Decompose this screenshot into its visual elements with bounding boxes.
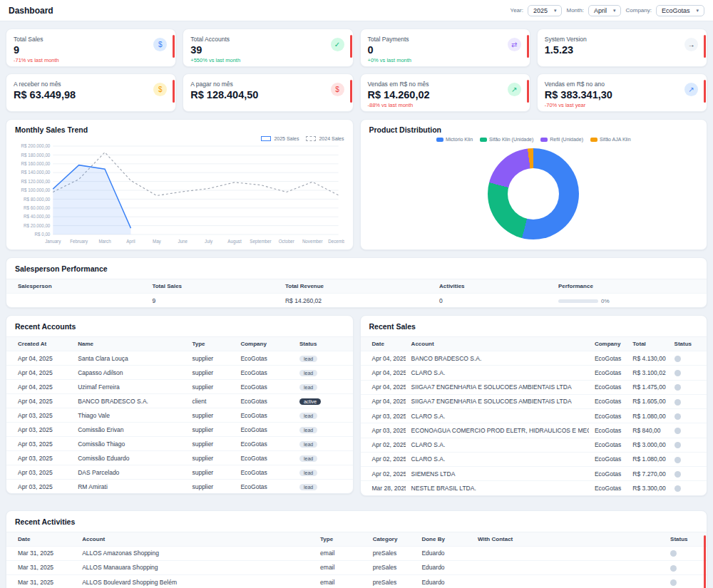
stat-label: System Version — [545, 36, 587, 43]
table-row[interactable]: Apr 02, 2025CLARO S.A.EcoGotasR$ 3.000,0… — [361, 438, 707, 452]
stat-delta: +550% vs last month — [190, 57, 240, 63]
status-badge — [674, 457, 681, 463]
table-row[interactable]: Apr 02, 2025SIEMENS LTDAEcoGotasR$ 7.270… — [361, 467, 707, 481]
table-cell: 0 — [434, 294, 553, 308]
status-badge: lead — [299, 356, 317, 362]
table-row[interactable]: Apr 03, 2025DAS ParceladosupplierEcoGota… — [6, 465, 353, 480]
company-select[interactable]: EcoGotas ▾ — [656, 5, 704, 16]
table-cell: Apr 04, 2025 — [361, 366, 406, 380]
legend-swatch — [480, 138, 487, 142]
column-header: Performance — [553, 279, 707, 294]
svg-text:January: January — [45, 239, 61, 244]
table-row[interactable]: Apr 02, 2025CLARO S.A.EcoGotasR$ 1.080,0… — [361, 452, 707, 466]
chevron-down-icon: ▾ — [554, 8, 557, 14]
column-header: With Contact — [472, 532, 665, 546]
svg-text:R$ 40.000,00: R$ 40.000,00 — [24, 214, 51, 219]
column-header: Date — [361, 337, 406, 351]
status-badge — [674, 413, 681, 420]
scrollbar-thumb[interactable] — [704, 535, 706, 588]
table-cell: DAS Parcelado — [72, 465, 186, 480]
recent-sales-table: DateAccountCompanyTotalStatusApr 04, 202… — [361, 336, 707, 495]
recent-activities-card: Recent Activities DateAccountTypeCategor… — [6, 510, 707, 588]
table-cell: Apr 04, 2025 — [6, 380, 72, 394]
stat-delta: -88% vs last month — [368, 102, 430, 108]
column-header: Account — [406, 337, 589, 351]
stats-grid: Total Sales9-71% vs last month$Total Acc… — [6, 29, 707, 112]
table-cell: Apr 03, 2025 — [361, 409, 406, 423]
table-cell: R$ 3.100,02 — [627, 366, 668, 380]
table-cell: supplier — [186, 465, 235, 480]
table-row[interactable]: Apr 04, 2025CLARO S.A.EcoGotasR$ 3.100,0… — [361, 366, 707, 380]
stat-value: 39 — [190, 44, 240, 56]
svg-text:R$ 180.000,00: R$ 180.000,00 — [21, 153, 51, 158]
table-row[interactable]: 9R$ 14.260,0200% — [6, 294, 707, 308]
table-row[interactable]: Apr 03, 2025RM AmiratisupplierEcoGotasle… — [6, 480, 353, 494]
stat-label: Vendas em R$ no ano — [545, 81, 612, 88]
table-cell: EcoGotas — [235, 366, 294, 380]
table-cell: Mar 31, 2025 — [6, 560, 76, 574]
legend-item-2025-sales: 2025 Sales — [261, 135, 299, 142]
table-cell — [6, 294, 146, 308]
table-row[interactable]: Apr 04, 2025BANCO BRADESCO S.A.EcoGotasR… — [361, 351, 707, 366]
table-row[interactable]: Apr 03, 2025Comissão ThiagosupplierEcoGo… — [6, 437, 353, 451]
month-select[interactable]: April ▾ — [588, 5, 622, 16]
table-row[interactable]: Apr 04, 2025SIIGAA7 ENGENHARIA E SOLUCOE… — [361, 380, 707, 394]
stat-value: 9 — [14, 44, 59, 56]
table-cell: EcoGotas — [589, 452, 627, 466]
legend-item: Sifão AJA Klin — [590, 137, 631, 142]
status-badge — [674, 485, 681, 492]
table-cell: Apr 03, 2025 — [6, 437, 72, 451]
company-select-value: EcoGotas — [662, 7, 690, 14]
year-filter-label: Year: — [511, 7, 523, 14]
legend-swatch — [261, 136, 271, 141]
table-cell: Apr 02, 2025 — [361, 438, 406, 452]
table-cell: EcoGotas — [235, 451, 294, 465]
table-cell: Comissão Erivan — [72, 423, 186, 437]
table-cell: email — [314, 560, 367, 574]
column-header: Type — [186, 337, 235, 351]
table-cell: R$ 840,00 — [627, 423, 668, 438]
table-row[interactable]: Apr 03, 2025Comissão EduardosupplierEcoG… — [6, 451, 353, 465]
legend-swatch — [436, 138, 443, 142]
table-cell: ALLOS Boulevard Shopping Belém — [76, 575, 314, 588]
table-row[interactable]: Apr 04, 2025Capasso AdilsonsupplierEcoGo… — [6, 366, 353, 380]
table-row[interactable]: Apr 03, 2025Thiago ValesupplierEcoGotasl… — [6, 408, 353, 423]
table-cell: BANCO BRADESCO S.A. — [406, 351, 589, 366]
table-row[interactable]: Apr 04, 2025SIIGAA7 ENGENHARIA E SOLUCOE… — [361, 394, 707, 408]
recent-activities-title: Recent Activities — [6, 517, 707, 532]
red-accent-bar — [704, 35, 706, 58]
table-cell: Apr 04, 2025 — [6, 366, 72, 380]
table-row[interactable]: Apr 04, 2025BANCO BRADESCO S.A.clientEco… — [6, 394, 353, 408]
year-select[interactable]: 2025 ▾ — [528, 5, 563, 16]
svg-text:R$ 100.000,00: R$ 100.000,00 — [21, 187, 51, 192]
table-cell: BANCO BRADESCO S.A. — [72, 394, 186, 408]
table-cell: R$ 3.000,00 — [627, 438, 668, 452]
dollar-circle-icon: $ — [153, 38, 167, 51]
table-cell: Mar 28, 2025 — [361, 481, 406, 495]
month-filter-label: Month: — [566, 7, 583, 14]
table-cell: supplier — [186, 437, 235, 451]
table-cell: EcoGotas — [589, 438, 627, 452]
table-cell: EcoGotas — [235, 394, 294, 408]
table-header-row: DateAccountTypeCategoryDone ByWith Conta… — [6, 532, 707, 546]
column-header: Done By — [416, 532, 472, 546]
arrow-right-icon[interactable]: → — [684, 38, 698, 51]
table-row[interactable]: Mar 28, 2025NESTLE BRASIL LTDA.EcoGotasR… — [361, 481, 707, 495]
svg-text:R$ 80.000,00: R$ 80.000,00 — [24, 197, 51, 202]
table-row[interactable]: Apr 03, 2025Comissão ErivansupplierEcoGo… — [6, 423, 353, 437]
table-row[interactable]: Apr 04, 2025Santa Clara LouçasupplierEco… — [6, 351, 353, 366]
table-cell: Eduardo — [416, 560, 472, 574]
table-row[interactable]: Mar 31, 2025ALLOS Manauara Shoppingemail… — [6, 560, 707, 574]
trend-up-icon: ↗ — [508, 83, 521, 96]
red-accent-bar — [173, 80, 175, 103]
table-row[interactable]: Apr 04, 2025Uzimaf FerreirasupplierEcoGo… — [6, 380, 353, 394]
table-row[interactable]: Apr 03, 2025ECONOAGUA COMERCIO PROD ELET… — [361, 423, 707, 438]
column-header: Company — [589, 337, 627, 351]
table-row[interactable]: Mar 31, 2025ALLOS Boulevard Shopping Bel… — [6, 575, 707, 588]
table-cell: EcoGotas — [589, 380, 627, 394]
svg-text:July: July — [205, 239, 213, 244]
table-row[interactable]: Mar 31, 2025ALLOS Amazonas Shoppingemail… — [6, 546, 707, 560]
sales-trend-chart: R$ 0,00R$ 20.000,00R$ 40.000,00R$ 60.000… — [15, 142, 344, 246]
table-row[interactable]: Apr 03, 2025CLARO S.A.EcoGotasR$ 1.080,0… — [361, 409, 707, 423]
recent-accounts-card: Recent Accounts Created AtNameTypeCompan… — [6, 315, 354, 494]
